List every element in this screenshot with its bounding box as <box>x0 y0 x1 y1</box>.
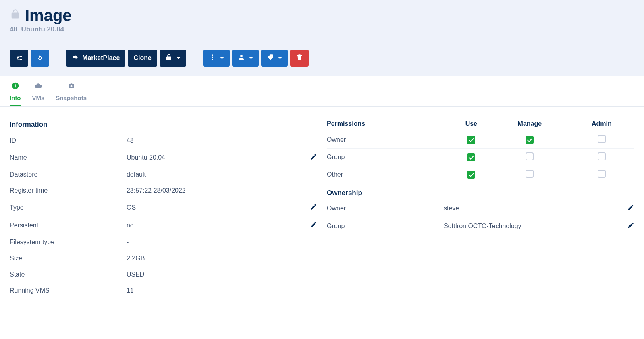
info-row-id: ID 48 <box>10 133 317 149</box>
info-value: default <box>127 166 303 183</box>
perm-other-use-checkbox[interactable] <box>467 171 475 179</box>
perm-group-manage-checkbox[interactable] <box>526 152 534 160</box>
ownership-value: steve <box>444 200 620 217</box>
clone-button[interactable]: Clone <box>128 50 157 67</box>
ownership-value: SoftIron OCTO-Technology <box>444 217 620 235</box>
info-row-fstype: Filesystem type - <box>10 234 317 250</box>
perm-header-use: Use <box>452 116 490 131</box>
edit-icon[interactable] <box>310 223 317 229</box>
tab-info-label: Info <box>10 94 21 101</box>
chevron-down-icon <box>177 57 181 59</box>
info-label: ID <box>10 133 127 149</box>
ownership-title: Ownership <box>327 183 634 200</box>
permissions-panel: Permissions Use Manage Admin Owner Group <box>327 116 634 299</box>
camera-icon <box>67 82 75 92</box>
share-icon <box>72 54 79 62</box>
svg-point-6 <box>240 55 243 57</box>
perm-row-label: Other <box>327 166 452 183</box>
tag-icon <box>267 54 274 62</box>
svg-rect-2 <box>20 59 22 60</box>
owner-dropdown[interactable] <box>232 50 259 67</box>
subtitle-name: Ubuntu 20.04 <box>21 25 64 33</box>
information-table: ID 48 Name Ubuntu 20.04 Datastore defaul… <box>10 133 317 299</box>
tab-vms[interactable]: VMs <box>32 82 45 106</box>
svg-rect-1 <box>20 58 22 58</box>
perm-header-manage: Manage <box>490 116 569 131</box>
svg-rect-0 <box>20 56 22 57</box>
svg-point-4 <box>212 57 213 58</box>
svg-point-5 <box>212 59 213 60</box>
lock-dropdown-button[interactable] <box>160 50 186 67</box>
perm-row-label: Group <box>327 149 452 166</box>
edit-icon[interactable] <box>310 155 317 162</box>
perm-group-use-checkbox[interactable] <box>467 153 475 161</box>
info-row-register-time: Register time 23:57:22 28/03/2022 <box>10 183 317 199</box>
perm-other-admin-checkbox[interactable] <box>598 170 606 178</box>
header: Image 48 Ubuntu 20.04 MarketPlace Clone <box>0 0 644 76</box>
info-label: Running VMS <box>10 283 127 299</box>
back-button[interactable] <box>10 50 28 67</box>
edit-icon[interactable] <box>310 205 317 212</box>
info-label: Persistent <box>10 216 127 234</box>
info-row-size: Size 2.2GB <box>10 250 317 266</box>
info-row-datastore: Datastore default <box>10 166 317 183</box>
perm-owner-use-checkbox[interactable] <box>467 136 475 144</box>
marketplace-button[interactable]: MarketPlace <box>66 50 125 67</box>
chevron-down-icon <box>220 57 224 59</box>
clone-label: Clone <box>133 54 151 62</box>
tab-snapshots[interactable]: Snapshots <box>56 82 87 106</box>
delete-button[interactable] <box>290 50 309 67</box>
info-row-type: Type OS <box>10 199 317 216</box>
info-value: Ubuntu 20.04 <box>127 149 303 166</box>
svg-point-7 <box>271 56 272 56</box>
perm-owner-manage-checkbox[interactable] <box>526 136 534 144</box>
permissions-title: Permissions <box>327 116 452 131</box>
info-row-running-vms: Running VMS 11 <box>10 283 317 299</box>
information-panel: Information ID 48 Name Ubuntu 20.04 Data… <box>10 116 317 299</box>
lock-open-icon <box>10 8 21 23</box>
perm-row-label: Owner <box>327 131 452 149</box>
info-label: Name <box>10 149 127 166</box>
edit-icon[interactable] <box>627 223 634 230</box>
info-value: 2.2GB <box>127 250 303 266</box>
perm-header-admin: Admin <box>569 116 634 131</box>
vertical-dots-icon <box>209 54 216 62</box>
chevron-down-icon <box>249 57 253 59</box>
svg-rect-10 <box>15 84 16 85</box>
more-actions-dropdown[interactable] <box>203 50 230 67</box>
tab-vms-label: VMs <box>32 94 45 101</box>
perm-row-group: Group <box>327 149 634 166</box>
chevron-down-icon <box>278 57 282 59</box>
cloud-icon <box>34 82 42 92</box>
refresh-button[interactable] <box>31 50 49 67</box>
info-value: 48 <box>127 133 303 149</box>
info-label: Datastore <box>10 166 127 183</box>
info-value: 23:57:22 28/03/2022 <box>127 183 303 199</box>
info-value: - <box>127 234 303 250</box>
trash-icon <box>296 54 303 62</box>
perm-row-other: Other <box>327 166 634 183</box>
info-row-persistent: Persistent no <box>10 216 317 234</box>
perm-other-manage-checkbox[interactable] <box>526 170 534 178</box>
info-value: no <box>127 216 303 234</box>
content: Information ID 48 Name Ubuntu 20.04 Data… <box>0 107 644 315</box>
ownership-table: Owner steve Group SoftIron OCTO-Technolo… <box>327 200 634 235</box>
svg-point-3 <box>212 54 213 56</box>
lock-icon <box>165 54 172 62</box>
info-label: Filesystem type <box>10 234 127 250</box>
info-label: State <box>10 266 127 283</box>
subtitle: 48 Ubuntu 20.04 <box>10 25 634 33</box>
edit-icon[interactable] <box>627 206 634 212</box>
perm-row-owner: Owner <box>327 131 634 149</box>
info-label: Size <box>10 250 127 266</box>
ownership-row-owner: Owner steve <box>327 200 634 217</box>
perm-group-admin-checkbox[interactable] <box>598 152 606 160</box>
tab-info[interactable]: Info <box>10 82 21 106</box>
marketplace-label: MarketPlace <box>82 54 120 62</box>
perm-owner-admin-checkbox[interactable] <box>598 135 606 143</box>
tabs: Info VMs Snapshots <box>0 76 644 107</box>
info-label: Type <box>10 199 127 216</box>
info-value: USED <box>127 266 303 283</box>
tab-snapshots-label: Snapshots <box>56 94 87 101</box>
labels-dropdown[interactable] <box>261 50 288 67</box>
